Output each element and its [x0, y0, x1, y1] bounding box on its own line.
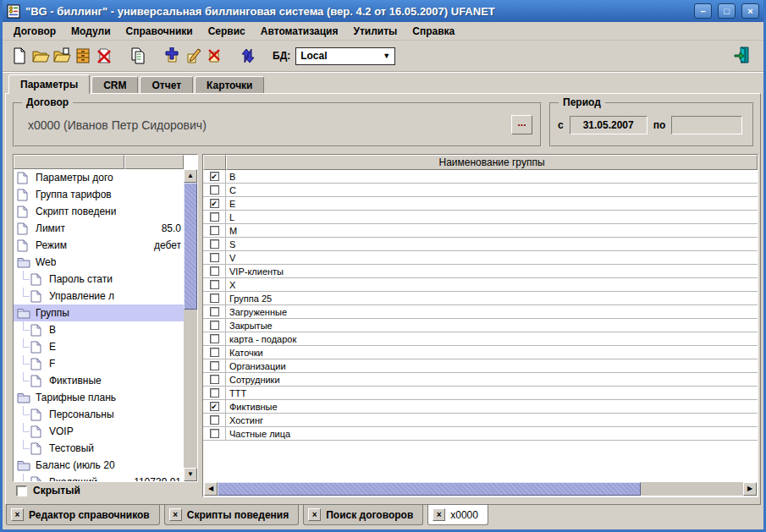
tree-item-1[interactable]: Группа тарифов: [14, 186, 184, 203]
bottom-tab-1[interactable]: ×Скрипты поведения: [164, 505, 299, 525]
tree-item-18[interactable]: Входящий110739.91: [14, 474, 184, 481]
table-row[interactable]: ТТТ: [203, 387, 758, 400]
open-folder-icon[interactable]: [30, 46, 51, 66]
minimize-button[interactable]: –: [694, 3, 712, 19]
tree-item-17[interactable]: Баланс (июль 20: [14, 457, 184, 474]
tree-item-3[interactable]: Лимит85.0: [14, 220, 184, 237]
menu-utilities[interactable]: Утилиты: [345, 23, 405, 40]
hidden-checkbox-row[interactable]: Скрытый: [16, 485, 80, 496]
close-button[interactable]: ×: [741, 3, 759, 19]
group-checkbox[interactable]: [210, 239, 219, 249]
table-horizontal-scrollbar[interactable]: ◀ ▶: [204, 482, 757, 496]
table-row[interactable]: ✔Фиктивные: [203, 400, 758, 414]
maximize-button[interactable]: □: [718, 3, 736, 19]
db-dropdown[interactable]: Local ▼: [295, 47, 395, 65]
table-row[interactable]: ✔B: [203, 170, 758, 184]
scroll-left-icon[interactable]: ◀: [204, 482, 218, 496]
tree-header-cell[interactable]: [124, 155, 184, 169]
table-row[interactable]: Загруженные: [203, 305, 758, 319]
table-row[interactable]: V: [203, 251, 758, 265]
group-checkbox[interactable]: ✔: [210, 402, 219, 411]
period-from-field[interactable]: 31.05.2007: [570, 116, 648, 134]
table-row[interactable]: Хостинг: [203, 414, 758, 427]
group-checkbox[interactable]: [210, 266, 219, 276]
group-checkbox[interactable]: [210, 321, 219, 330]
group-checkbox[interactable]: [210, 212, 219, 222]
close-icon[interactable]: ×: [433, 508, 445, 521]
table-row[interactable]: ✔E: [203, 197, 758, 211]
close-icon[interactable]: ×: [11, 508, 24, 521]
close-icon[interactable]: ×: [308, 508, 321, 521]
group-checkbox[interactable]: [210, 429, 219, 438]
table-row[interactable]: S: [203, 238, 758, 251]
tab-параметры[interactable]: Параметры: [8, 74, 90, 94]
tree-item-11[interactable]: F: [14, 355, 184, 372]
tree-item-14[interactable]: Персональны: [14, 406, 184, 423]
group-checkbox[interactable]: [210, 253, 219, 262]
new-document-icon[interactable]: [9, 46, 30, 66]
tree-item-8[interactable]: Группы: [14, 304, 184, 321]
group-checkbox[interactable]: [210, 388, 219, 398]
table-row[interactable]: Сотрудники: [203, 373, 758, 387]
tree-header-cell[interactable]: [14, 155, 124, 169]
menu-service[interactable]: Сервис: [201, 23, 253, 40]
edit-contract-icon[interactable]: [183, 46, 203, 66]
table-row[interactable]: L: [203, 211, 758, 224]
table-row[interactable]: C: [203, 184, 758, 197]
add-contract-icon[interactable]: [162, 46, 182, 66]
table-row[interactable]: Организации: [203, 359, 758, 373]
tree-item-6[interactable]: Пароль стати: [14, 271, 184, 288]
scroll-up-icon[interactable]: ▲: [184, 169, 197, 183]
table-row[interactable]: Закрытые: [203, 319, 758, 332]
tree-item-2[interactable]: Скрипт поведени: [14, 203, 184, 220]
bottom-tab-3[interactable]: ×х0000: [427, 505, 488, 525]
tree-item-13[interactable]: Тарифные плань: [14, 389, 184, 406]
tree-item-4[interactable]: Режимдебет: [14, 237, 184, 254]
group-checkbox[interactable]: [210, 293, 219, 303]
bottom-tab-2[interactable]: ×Поиск договоров: [303, 505, 423, 525]
period-to-field[interactable]: [671, 116, 742, 134]
delete-document-icon[interactable]: [94, 46, 114, 66]
tree-scrollbar-thumb[interactable]: [184, 183, 197, 310]
bottom-tab-0[interactable]: ×Редактор справочников: [6, 505, 160, 525]
exit-icon[interactable]: [731, 44, 753, 66]
group-checkbox[interactable]: [210, 185, 219, 195]
tree-item-0[interactable]: Параметры дого: [14, 169, 184, 186]
group-checkbox[interactable]: [210, 307, 219, 316]
copy-icon[interactable]: [128, 46, 148, 66]
tree-vertical-scrollbar[interactable]: ▲ ▼: [184, 169, 197, 481]
menu-contract[interactable]: Договор: [6, 23, 63, 40]
archive-icon[interactable]: [73, 46, 93, 66]
tree-item-10[interactable]: E: [14, 338, 184, 355]
tree-item-9[interactable]: B: [14, 321, 184, 338]
table-row[interactable]: VIP-клиенты: [203, 265, 758, 278]
close-icon[interactable]: ×: [169, 508, 182, 521]
remove-contract-icon[interactable]: [204, 46, 224, 66]
table-row[interactable]: Каточки: [203, 346, 758, 359]
scroll-right-icon[interactable]: ▶: [743, 482, 757, 496]
group-checkbox[interactable]: ✔: [210, 172, 219, 181]
menu-directories[interactable]: Справочники: [118, 23, 201, 40]
group-name-column-header[interactable]: Наименование группы: [226, 155, 758, 170]
open-contract-icon[interactable]: [52, 46, 72, 66]
tree-item-5[interactable]: Web: [14, 254, 184, 271]
menu-automation[interactable]: Автоматизация: [253, 23, 346, 40]
refresh-icon[interactable]: [238, 46, 258, 66]
tab-отчет[interactable]: Отчет: [140, 76, 193, 94]
checkbox-column-header[interactable]: [203, 155, 226, 170]
group-checkbox[interactable]: [210, 280, 219, 289]
group-checkbox[interactable]: [210, 415, 219, 425]
group-checkbox[interactable]: ✔: [210, 199, 219, 208]
scroll-down-icon[interactable]: ▼: [184, 468, 197, 481]
tab-crm[interactable]: CRM: [91, 76, 138, 94]
table-scrollbar-thumb[interactable]: [218, 482, 641, 496]
tree-item-16[interactable]: Тестовый: [14, 440, 184, 457]
table-row[interactable]: X: [203, 278, 758, 292]
menu-help[interactable]: Справка: [405, 23, 462, 40]
tab-карточки[interactable]: Карточки: [195, 76, 264, 94]
tree-item-12[interactable]: Фиктивные: [14, 372, 184, 389]
group-checkbox[interactable]: [210, 375, 219, 384]
menu-modules[interactable]: Модули: [63, 23, 118, 40]
scrollbar-trough[interactable]: [641, 482, 743, 496]
group-checkbox[interactable]: [210, 334, 219, 343]
